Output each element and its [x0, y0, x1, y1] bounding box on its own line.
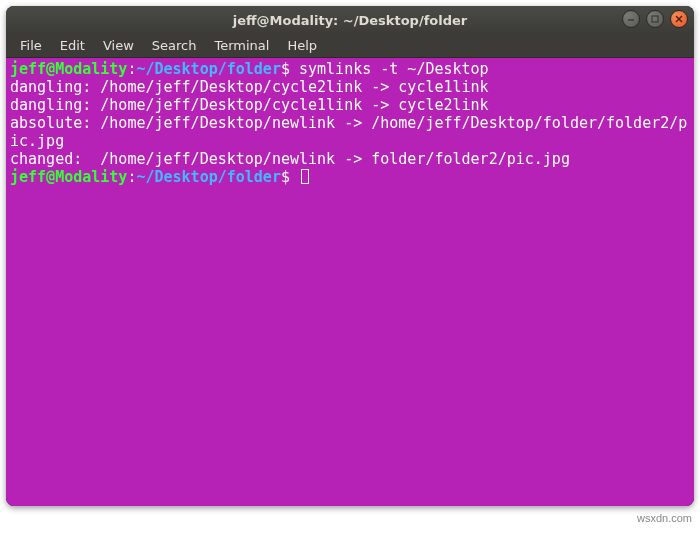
- minimize-button[interactable]: [622, 10, 640, 28]
- output-line: changed: /home/jeff/Desktop/newlink -> f…: [10, 150, 570, 168]
- prompt-symbol: $: [281, 168, 290, 186]
- terminal-area[interactable]: jeff@Modality:~/Desktop/folder$ symlinks…: [6, 58, 694, 506]
- svg-rect-1: [652, 16, 658, 22]
- prompt-path: ~/Desktop/folder: [136, 60, 281, 78]
- terminal-window: jeff@Modality: ~/Desktop/folder File Edi…: [6, 6, 694, 506]
- window-title: jeff@Modality: ~/Desktop/folder: [233, 13, 467, 28]
- window-controls: [622, 10, 688, 28]
- menu-search[interactable]: Search: [144, 36, 205, 55]
- prompt-symbol: $: [281, 60, 290, 78]
- minimize-icon: [626, 14, 636, 24]
- output-line: dangling: /home/jeff/Desktop/cycle2link …: [10, 78, 489, 96]
- menu-file[interactable]: File: [12, 36, 50, 55]
- maximize-icon: [650, 14, 660, 24]
- menu-view[interactable]: View: [95, 36, 142, 55]
- maximize-button[interactable]: [646, 10, 664, 28]
- titlebar: jeff@Modality: ~/Desktop/folder: [6, 6, 694, 34]
- prompt-path: ~/Desktop/folder: [136, 168, 281, 186]
- prompt-user: jeff@Modality: [10, 168, 127, 186]
- output-line: dangling: /home/jeff/Desktop/cycle1link …: [10, 96, 489, 114]
- output-line: absolute: /home/jeff/Desktop/newlink -> …: [10, 114, 687, 150]
- close-icon: [674, 14, 684, 24]
- cursor: [301, 169, 309, 184]
- menubar: File Edit View Search Terminal Help: [6, 34, 694, 58]
- menu-edit[interactable]: Edit: [52, 36, 93, 55]
- prompt-user: jeff@Modality: [10, 60, 127, 78]
- close-button[interactable]: [670, 10, 688, 28]
- watermark: wsxdn.com: [637, 512, 692, 524]
- command-text: symlinks -t ~/Desktop: [299, 60, 489, 78]
- menu-terminal[interactable]: Terminal: [206, 36, 277, 55]
- menu-help[interactable]: Help: [279, 36, 325, 55]
